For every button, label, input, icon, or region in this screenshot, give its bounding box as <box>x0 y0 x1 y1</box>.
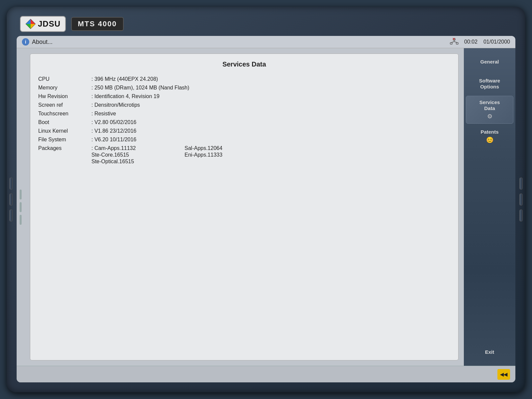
info-label: Linux Kernel <box>38 128 91 134</box>
packages-values: : Cam-Apps.11132 Sal-Apps.12064 Ste-Core… <box>91 145 450 165</box>
package-row: Ste-Optical.16515 <box>91 159 450 165</box>
sidebar-btn-software-options[interactable]: SoftwareOptions <box>466 74 513 94</box>
package-row: : Cam-Apps.11132 Sal-Apps.12064 <box>91 145 450 151</box>
info-row: CPU : 396 MHz (440EPX 24.208) <box>38 75 450 83</box>
packages-label: Packages <box>38 145 91 165</box>
sidebar-btn-patents-icon: 😊 <box>486 136 493 144</box>
info-icon: i <box>22 38 29 46</box>
package-col1: Ste-Core.16515 <box>91 152 185 158</box>
bottom-bar: ◀◀ <box>17 366 515 382</box>
model-text: MTS 4000 <box>78 20 117 28</box>
screen-header: i About... 00:02 01/01/2000 <box>17 36 515 48</box>
side-knob <box>519 209 523 221</box>
sidebar-btn-services-data[interactable]: ServicesData⚙ <box>466 96 513 124</box>
screen-title: About... <box>32 39 447 46</box>
sidebar-btn-label: ServicesData <box>479 99 500 111</box>
svg-line-9 <box>451 42 454 43</box>
sidebar-btn-label: SoftwareOptions <box>479 78 500 90</box>
sidebar-btn-patents[interactable]: Patents😊 <box>466 126 513 147</box>
top-bar: JDSU MTS 4000 <box>13 13 519 36</box>
sidebar-btn-services-data-icon: ⚙ <box>487 113 492 120</box>
content-panel: Services Data CPU : 396 MHz (440EPX 24.2… <box>30 54 459 360</box>
back-icon: ◀◀ <box>500 372 507 377</box>
side-knob <box>9 178 13 190</box>
package-row: Ste-Core.16515 Eni-Apps.11333 <box>91 152 450 158</box>
info-label: Screen ref <box>38 102 91 108</box>
deco-bar <box>20 202 22 212</box>
info-label: Hw Revision <box>38 93 91 99</box>
sidebar-btn-exit[interactable]: Exit <box>466 342 513 362</box>
jdsu-diamond-icon <box>25 19 36 29</box>
info-row: Hw Revision : Identification 4, Revision… <box>38 92 450 101</box>
screen-body: Services Data CPU : 396 MHz (440EPX 24.2… <box>17 48 515 366</box>
logo-text: JDSU <box>38 19 61 29</box>
main-content: Services Data CPU : 396 MHz (440EPX 24.2… <box>25 48 464 366</box>
info-label: Memory <box>38 85 91 91</box>
header-datetime: 00:02 01/01/2000 <box>464 39 510 45</box>
info-row: Memory : 250 MB (DRam), 1024 MB (Nand Fl… <box>38 83 450 92</box>
left-side-decoration <box>9 178 13 221</box>
info-value: : Densitron/Microtips <box>91 102 450 108</box>
sidebar-btn-general[interactable]: General <box>466 52 513 72</box>
info-row: Linux Kernel : V1.86 23/12/2016 <box>38 127 450 135</box>
package-col2: Sal-Apps.12064 <box>185 145 222 151</box>
side-knob <box>519 194 523 205</box>
info-value: : Identification 4, Revision 19 <box>91 93 450 99</box>
info-row: Boot : V2.80 05/02/2016 <box>38 118 450 127</box>
packages-row: Packages : Cam-Apps.11132 Sal-Apps.12064… <box>38 144 450 166</box>
info-row: Screen ref : Densitron/Microtips <box>38 101 450 109</box>
info-value: : Resistive <box>91 111 450 117</box>
info-value: : 396 MHz (440EPX 24.208) <box>91 76 450 82</box>
package-col1: Ste-Optical.16515 <box>91 159 185 165</box>
package-col2: Eni-Apps.11333 <box>185 152 222 158</box>
model-box: MTS 4000 <box>71 17 124 31</box>
left-decoration <box>17 48 25 366</box>
right-sidebar: GeneralSoftwareOptionsServicesData⚙Paten… <box>464 48 515 366</box>
device-shell: JDSU MTS 4000 i About... <box>7 7 525 392</box>
sidebar-btn-label: General <box>480 59 499 65</box>
sidebar-btn-label: Patents <box>480 129 498 135</box>
side-knob <box>9 209 13 221</box>
info-label: File System <box>38 137 91 143</box>
network-icon <box>450 38 459 46</box>
info-table: CPU : 396 MHz (440EPX 24.208) Memory : 2… <box>38 75 450 166</box>
svg-line-10 <box>454 42 457 43</box>
logo-box: JDSU <box>20 16 66 32</box>
info-value: : V6.20 10/11/2016 <box>91 137 450 143</box>
side-knob <box>519 178 523 190</box>
sidebar-btn-label: Exit <box>485 349 494 355</box>
svg-rect-7 <box>456 43 458 44</box>
right-side-decoration <box>519 178 523 221</box>
svg-rect-6 <box>450 43 452 44</box>
panel-title: Services Data <box>38 61 450 68</box>
info-value: : V2.80 05/02/2016 <box>91 119 450 125</box>
info-value: : 250 MB (DRam), 1024 MB (Nand Flash) <box>91 85 450 91</box>
info-label: Touchscreen <box>38 111 91 117</box>
deco-bar <box>20 215 22 225</box>
info-row: Touchscreen : Resistive <box>38 109 450 118</box>
info-row: File System : V6.20 10/11/2016 <box>38 135 450 144</box>
side-knob <box>9 194 13 205</box>
deco-bar <box>20 190 22 200</box>
package-col1: : Cam-Apps.11132 <box>91 145 185 151</box>
info-label: Boot <box>38 119 91 125</box>
screen-area: i About... 00:02 01/01/2000 <box>17 36 515 382</box>
info-value: : V1.86 23/12/2016 <box>91 128 450 134</box>
back-button[interactable]: ◀◀ <box>497 369 510 380</box>
info-label: CPU <box>38 76 91 82</box>
